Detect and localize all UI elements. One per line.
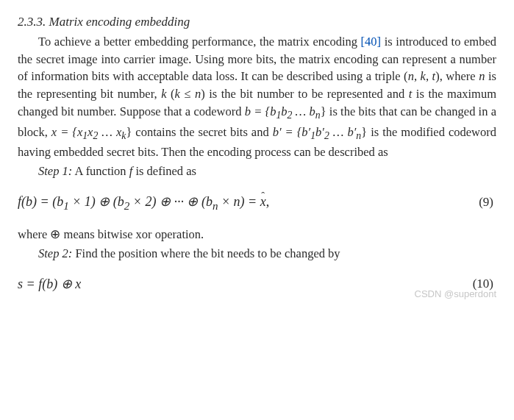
var-triple: n, k, t bbox=[408, 69, 436, 83]
text: } contains the secret bits and bbox=[126, 125, 272, 139]
expr-b: b = {b1b2 … bn bbox=[245, 104, 321, 118]
citation-link[interactable]: [40] bbox=[361, 35, 382, 49]
xhat: x bbox=[260, 194, 266, 209]
equation-9: f(b) = (b1 × 1) ⊕ (b2 × 2) ⊕ ··· ⊕ (bn ×… bbox=[18, 192, 496, 214]
step-2-line: Step 2: Find the position where the bit … bbox=[18, 245, 496, 263]
text: is defined as bbox=[132, 164, 196, 178]
expr-x: x = {x1x2 … xk bbox=[51, 125, 126, 139]
text: ) is the bit number to be represented an… bbox=[201, 87, 409, 101]
paragraph-main: To achieve a better embedding performanc… bbox=[18, 33, 496, 161]
equation-9-number: (9) bbox=[479, 193, 496, 212]
expr-bprime: b′ = {b′1b′2 … b′n bbox=[273, 125, 362, 139]
step-1-label: Step 1: bbox=[38, 164, 72, 178]
text: To achieve a better embedding performanc… bbox=[38, 35, 361, 49]
watermark: CSDN @superdont bbox=[18, 288, 496, 302]
equation-9-content: f(b) = (b1 × 1) ⊕ (b2 × 2) ⊕ ··· ⊕ (bn ×… bbox=[18, 192, 269, 214]
var-kn: k ≤ n bbox=[174, 87, 201, 101]
step-2-label: Step 2: bbox=[38, 246, 72, 260]
text: ( bbox=[166, 87, 174, 101]
section-heading: 2.3.3. Matrix encoding embedding bbox=[18, 13, 496, 32]
text: ), where bbox=[435, 69, 479, 83]
step-1-line: Step 1: A function f is defined as bbox=[18, 163, 496, 180]
xor-explanation: where ⊕ means bitwise xor operation. bbox=[18, 226, 496, 243]
text: A function bbox=[72, 164, 129, 178]
text: Find the position where the bit needs to… bbox=[72, 246, 340, 260]
